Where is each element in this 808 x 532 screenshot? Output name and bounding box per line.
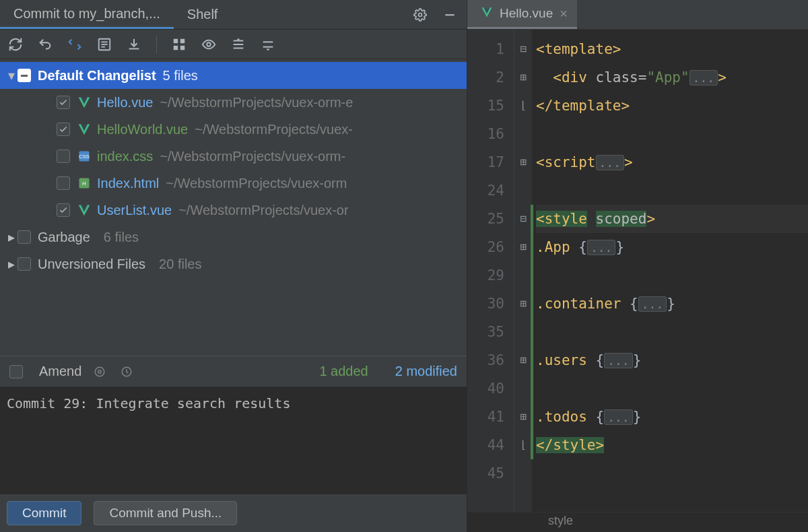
history-icon[interactable] [118,363,135,380]
checkbox[interactable] [57,123,70,136]
fold-marker[interactable]: ⊞ [514,290,532,318]
code-line[interactable]: .todos {...} [536,403,808,431]
line-number: 35 [467,318,504,346]
change-marker [531,205,533,233]
checkbox[interactable] [57,96,70,109]
code-line[interactable]: .users {...} [536,346,808,374]
amend-checkbox[interactable] [9,365,23,378]
tab-commit[interactable]: Commit to my_branch,... [0,0,174,29]
code-line[interactable] [536,261,808,290]
code-line[interactable]: .App {...} [536,233,808,261]
commit-and-push-button[interactable]: Commit and Push... [94,501,237,525]
checkbox[interactable] [18,257,31,271]
svg-point-10 [207,42,211,46]
shelve-icon[interactable] [125,36,143,53]
fold-marker[interactable]: ⊞ [514,233,532,261]
changelist-group[interactable]: ▸ Garbage 6 files [0,224,467,251]
checkbox[interactable] [57,176,70,190]
changelist-default[interactable]: ▾ Default Changelist 5 files [0,62,467,89]
code-line[interactable]: <div class="App"...> [536,63,808,92]
code-line[interactable] [536,176,808,205]
breadcrumb[interactable]: style [467,512,808,532]
rollback-icon[interactable] [36,36,54,53]
fold-marker[interactable]: ⊟ [514,205,532,233]
chevron-right-icon[interactable]: ▸ [5,229,18,245]
commit-message-input[interactable]: Commit 29: Integrate search results [0,387,467,494]
tab-shelf[interactable]: Shelf [174,0,232,29]
expand-icon[interactable] [230,36,247,53]
file-row[interactable]: H Index.html ~/WebstormProjects/vuex-orm [0,170,467,197]
checkbox[interactable] [18,230,31,244]
chevron-right-icon[interactable]: ▸ [5,256,18,272]
line-number: 26 [467,233,504,261]
code-line[interactable]: <template> [536,35,808,63]
toolbar-separator [156,36,157,53]
line-number: 1 [467,35,504,63]
commit-toolbar [0,30,467,59]
file-row[interactable]: Hello.vue ~/WebstormProjects/vuex-orm-e [0,89,467,116]
file-path: ~/WebstormProjects/vuex-orm-e [160,95,353,110]
editor-tab-hello-vue[interactable]: Hello.vue × [467,0,577,29]
editor-panel: Hello.vue × 1215161724252629303536404144… [467,0,808,532]
fold-marker[interactable] [514,176,532,205]
code-line[interactable] [536,318,808,346]
change-marker [531,318,533,346]
status-added: 1 added [319,364,368,379]
fold-marker[interactable] [514,459,532,488]
file-row[interactable]: UserList.vue ~/WebstormProjects/vuex-or [0,197,467,224]
code-line[interactable]: .container {...} [536,290,808,318]
file-row[interactable]: CSS index.css ~/WebstormProjects/vuex-or… [0,143,467,170]
changelist-icon[interactable] [96,36,113,53]
code-line[interactable]: <style scoped> [536,205,808,233]
collapse-icon[interactable] [259,36,277,53]
code-line[interactable]: </style> [536,431,808,459]
fold-marker[interactable] [514,120,532,148]
commit-button[interactable]: Commit [7,501,81,525]
fold-marker[interactable]: ⌊ [514,431,532,459]
file-name: Hello.vue [97,95,153,110]
checkbox[interactable] [57,149,70,163]
code-line[interactable]: <script...> [536,148,808,176]
fold-marker[interactable]: ⊞ [514,148,532,176]
changes-tree[interactable]: ▾ Default Changelist 5 files Hello.vue ~… [0,59,467,356]
fold-marker[interactable]: ⌊ [514,92,532,120]
refresh-icon[interactable] [7,36,24,53]
code-line[interactable]: </template> [536,92,808,120]
changelist-group[interactable]: ▸ Unversioned Files 20 files [0,251,467,277]
code-area[interactable]: <template> <div class="App"...></templat… [532,30,808,512]
code-editor[interactable]: 121516172425262930353640414445 ⊟⊞⌊⊞⊟⊞⊞⊞⊞… [467,30,808,512]
chevron-down-icon[interactable]: ▾ [5,67,18,84]
diff-icon[interactable] [66,36,83,53]
status-modified: 2 modified [395,364,457,379]
change-marker [531,261,533,290]
code-line[interactable] [536,459,808,488]
svg-rect-6 [174,38,178,42]
line-number: 15 [467,92,504,120]
checkbox-indeterminate[interactable] [18,69,31,82]
code-line[interactable] [536,120,808,148]
minimize-icon[interactable] [441,6,459,24]
fold-marker[interactable]: ⊞ [514,346,532,374]
gear-icon[interactable] [411,6,429,24]
fold-marker[interactable] [514,374,532,403]
close-icon[interactable]: × [560,7,568,20]
file-row[interactable]: HelloWorld.vue ~/WebstormProjects/vuex- [0,116,467,143]
fold-marker[interactable] [514,318,532,346]
group-name: Unversioned Files [38,257,145,272]
group-count: 6 files [104,230,139,245]
view-options-icon[interactable] [200,36,217,53]
fold-marker[interactable] [514,261,532,290]
fold-marker[interactable]: ⊟ [514,35,532,63]
fold-marker[interactable]: ⊞ [514,403,532,431]
change-marker [531,403,533,431]
vue-icon [77,96,92,109]
line-number: 41 [467,403,504,431]
group-by-icon[interactable] [170,36,188,53]
svg-point-20 [98,370,102,373]
commit-buttons: Commit Commit and Push... [0,494,467,532]
checkbox[interactable] [57,203,70,217]
code-line[interactable] [536,374,808,403]
commit-gear-icon[interactable] [91,363,108,380]
fold-marker[interactable]: ⊞ [514,63,532,92]
svg-point-21 [96,367,105,376]
